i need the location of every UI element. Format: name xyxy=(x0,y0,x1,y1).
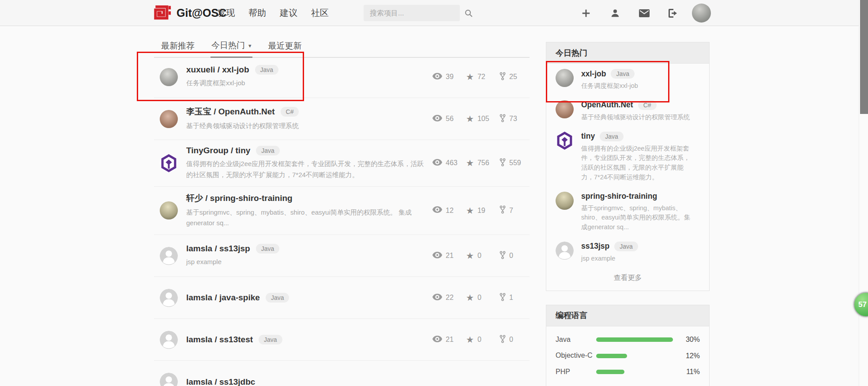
fork-icon xyxy=(500,251,506,261)
fork-count: 73 xyxy=(509,115,517,123)
sidebar-item-ss13jsp[interactable]: ss13jsp Java jsp example xyxy=(546,236,709,268)
scrollbar-thumb[interactable] xyxy=(860,0,868,114)
feed-tabs: 最新推荐 今日热门 ▾ 最近更新 xyxy=(154,40,530,58)
watch-count: 21 xyxy=(446,336,454,344)
star-count: 72 xyxy=(477,73,485,81)
view-more-link[interactable]: 查看更多 xyxy=(546,268,709,291)
avatar xyxy=(556,192,574,210)
project-row-java-spike[interactable]: lamsla / java-spike Java 22 ★0 1 xyxy=(154,277,530,319)
fork-icon xyxy=(500,158,506,168)
language-bar xyxy=(596,354,627,358)
project-row-partial[interactable]: lamsla / ss13jdbc xyxy=(154,361,530,386)
watch-icon xyxy=(432,294,442,302)
nav-link-discover[interactable]: 发现 xyxy=(216,5,236,21)
project-desc: 值得拥有的企业级j2ee应用开发框架套件，专业团队开发，完整的生态体系，活跃的社… xyxy=(186,159,427,181)
fork-count: 1 xyxy=(509,294,513,302)
project-row-tiny[interactable]: TinyGroup / tiny Java 值得拥有的企业级j2ee应用开发框架… xyxy=(154,140,530,187)
repo-name[interactable]: spring-shiro-training xyxy=(581,192,657,201)
avatar xyxy=(160,68,178,86)
repo-name[interactable]: ss13jsp xyxy=(581,242,609,251)
language-badge: C# xyxy=(638,100,657,110)
language-badge: Java xyxy=(600,132,624,141)
sidebar: 今日热门 xxl-job Java 任务调度框架xxl-job OpenAuth… xyxy=(546,42,710,386)
project-title[interactable]: xuxueli / xxl-job xyxy=(186,65,249,75)
user-icon[interactable] xyxy=(610,8,620,18)
fork-icon xyxy=(500,205,506,216)
project-desc: jsp example xyxy=(186,257,427,268)
watch-count: 22 xyxy=(446,294,454,302)
signout-icon[interactable] xyxy=(668,8,679,18)
search-icon[interactable] xyxy=(465,9,478,17)
repo-name[interactable]: OpenAuth.Net xyxy=(581,100,633,110)
repo-name[interactable]: xxl-job xyxy=(581,69,606,79)
star-count: 105 xyxy=(477,115,489,123)
scrollbar-track[interactable] xyxy=(859,0,868,386)
floating-badge[interactable]: 57 xyxy=(853,292,868,317)
project-row-ss13test[interactable]: lamsla / ss13test Java 21 ★0 0 xyxy=(154,319,530,361)
language-bars: Java 30% Objective-C 12% PHP 11% xyxy=(546,326,709,380)
avatar xyxy=(160,331,178,349)
project-desc: 基于springmvc、spring、mybatis、shiro、easyui简… xyxy=(186,207,427,229)
language-badge: Java xyxy=(611,69,635,79)
language-badge: Java xyxy=(256,146,280,155)
project-title[interactable]: lamsla / ss13jdbc xyxy=(186,377,255,386)
watch-count: 56 xyxy=(446,115,454,123)
nav-link-community[interactable]: 社区 xyxy=(310,5,330,21)
watch-count: 463 xyxy=(446,159,458,167)
project-stats: 22 ★0 1 xyxy=(432,293,525,303)
top-navbar: Git@OSC 发现 帮助 建议 社区 xyxy=(0,0,868,26)
project-row-spring-shiro[interactable]: 轩少 / spring-shiro-training 基于springmvc、s… xyxy=(154,187,530,235)
languages-panel: 编程语言 Java 30% Objective-C 12% PHP 11% xyxy=(546,305,710,386)
search-box xyxy=(364,5,460,21)
project-title[interactable]: 轩少 / spring-shiro-training xyxy=(186,193,293,204)
tab-hot-today[interactable]: 今日热门 ▾ xyxy=(210,40,252,58)
brand[interactable]: Git@OSC xyxy=(154,0,226,26)
languages-title: 编程语言 xyxy=(546,305,709,326)
sidebar-item-spring-shiro[interactable]: spring-shiro-training 基于springmvc、spring… xyxy=(546,186,709,236)
nav-action-icons xyxy=(581,0,679,26)
star-count: 756 xyxy=(477,159,489,167)
project-desc: 任务调度框架xxl-job xyxy=(186,78,427,89)
nav-link-suggest[interactable]: 建议 xyxy=(279,5,298,21)
mail-icon[interactable] xyxy=(639,9,650,17)
hot-today-panel: 今日热门 xxl-job Java 任务调度框架xxl-job OpenAuth… xyxy=(546,42,710,291)
language-bar xyxy=(596,337,673,342)
chevron-down-icon: ▾ xyxy=(248,42,252,49)
project-title[interactable]: lamsla / ss13jsp xyxy=(186,244,250,254)
language-badge: Java xyxy=(266,293,289,303)
tab-recent[interactable]: 最近更新 xyxy=(267,40,303,57)
avatar xyxy=(556,242,574,260)
project-title[interactable]: lamsla / ss13test xyxy=(186,335,253,344)
sidebar-item-tiny[interactable]: tiny Java 值得拥有的企业级j2ee应用开发框架套件，专业团队开发，完整… xyxy=(546,126,709,186)
sidebar-item-xxl-job[interactable]: xxl-job Java 任务调度框架xxl-job xyxy=(546,64,709,95)
star-icon: ★ xyxy=(466,335,474,344)
sidebar-item-openauth[interactable]: OpenAuth.Net C# 基于经典领域驱动设计的权限管理系统 xyxy=(546,95,709,126)
project-row-openauth[interactable]: 李玉宝 / OpenAuth.Net C# 基于经典领域驱动设计的权限管理系统 … xyxy=(154,98,530,140)
project-stats: 21 ★0 0 xyxy=(432,251,525,261)
language-row-objc: Objective-C 12% xyxy=(546,348,709,364)
avatar xyxy=(160,201,178,219)
nav-link-help[interactable]: 帮助 xyxy=(248,5,267,21)
plus-icon[interactable] xyxy=(581,8,591,18)
project-desc: 基于经典领域驱动设计的权限管理系统 xyxy=(186,121,427,132)
language-row-php: PHP 11% xyxy=(546,364,709,380)
fork-icon xyxy=(500,335,506,345)
repo-name[interactable]: tiny xyxy=(581,132,595,141)
project-title[interactable]: TinyGroup / tiny xyxy=(186,146,250,155)
project-row-ss13jsp[interactable]: lamsla / ss13jsp Java jsp example 21 ★0 … xyxy=(154,235,530,277)
language-name: Java xyxy=(556,335,596,344)
watch-count: 39 xyxy=(446,73,454,81)
fork-count: 25 xyxy=(509,73,517,81)
star-count: 0 xyxy=(477,252,481,260)
language-percent: 30% xyxy=(678,336,700,344)
project-title[interactable]: lamsla / java-spike xyxy=(186,293,260,303)
avatar xyxy=(556,132,574,150)
project-title[interactable]: 李玉宝 / OpenAuth.Net xyxy=(186,106,275,117)
watch-icon xyxy=(432,336,442,344)
project-stats: 12 ★19 7 xyxy=(432,205,525,216)
tab-newest[interactable]: 最新推荐 xyxy=(160,40,195,57)
search-input[interactable] xyxy=(364,9,465,17)
project-row-xxl-job[interactable]: xuxueli / xxl-job Java 任务调度框架xxl-job 39 … xyxy=(154,56,530,98)
user-avatar[interactable] xyxy=(692,4,711,23)
fork-count: 0 xyxy=(509,252,513,260)
